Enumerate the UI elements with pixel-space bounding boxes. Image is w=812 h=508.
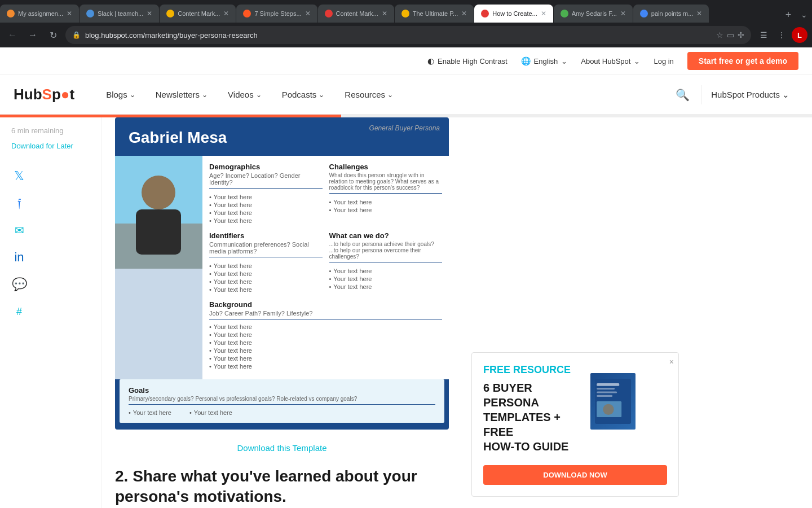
persona-tag: General Buyer Persona xyxy=(369,124,440,132)
what-can-we-do-section: What can we do? ...to help our persona a… xyxy=(329,231,443,294)
tab-close-button[interactable]: ✕ xyxy=(67,10,72,17)
tab-favicon xyxy=(640,10,648,17)
lock-icon: 🔒 xyxy=(72,31,81,39)
browser-actions: ☰ ⋮ L xyxy=(756,27,807,43)
browser-tab-6[interactable]: The Ultimate P... ✕ xyxy=(395,5,474,23)
chevron-down-icon: ⌄ xyxy=(319,91,324,99)
svg-rect-5 xyxy=(597,383,619,386)
svg-point-10 xyxy=(603,404,614,415)
list-item: Your text here xyxy=(189,409,232,416)
start-cta-button[interactable]: Start free or get a demo xyxy=(687,52,798,70)
ad-download-button[interactable]: DOWNLOAD NOW xyxy=(483,465,667,485)
bookmark-star-icon[interactable]: ☆ xyxy=(716,30,723,40)
tab-favicon xyxy=(243,10,251,17)
extensions-icon[interactable]: ✢ xyxy=(738,30,744,40)
background-section: Background Job? Career Path? Family? Lif… xyxy=(209,298,442,373)
tab-title: 7 Simple Steps... xyxy=(254,10,301,17)
ad-close-button[interactable]: × xyxy=(669,357,674,366)
chevron-down-icon: ⌄ xyxy=(634,57,640,65)
hubspot-products-menu[interactable]: HubSpot Products ⌄ xyxy=(701,85,798,104)
list-item: Your text here xyxy=(129,409,171,416)
ad-label: FREE RESOURCE xyxy=(483,364,590,376)
new-tab-button[interactable]: + xyxy=(780,7,796,23)
browser-tab-4[interactable]: 7 Simple Steps... ✕ xyxy=(236,5,317,23)
globe-icon: 🌐 xyxy=(521,56,531,65)
refresh-button[interactable]: ↻ xyxy=(45,27,61,43)
tab-favicon xyxy=(7,10,15,17)
linkedin-share-button[interactable]: in xyxy=(11,249,27,265)
browser-tab-8[interactable]: Amy Sedaris F... ✕ xyxy=(554,5,633,23)
chevron-down-icon: ⌄ xyxy=(202,91,208,99)
nav-item-resources[interactable]: Resources⌄ xyxy=(336,85,402,104)
right-sidebar: × FREE RESOURCE 6 BUYER PERSONA TEMPLATE… xyxy=(462,117,688,508)
ad-card: × FREE RESOURCE 6 BUYER PERSONA TEMPLATE… xyxy=(471,352,679,497)
nav-item-podcasts[interactable]: Podcasts⌄ xyxy=(273,85,334,104)
demographics-list: Your text hereYour text hereYour text he… xyxy=(209,193,323,225)
bookmarks-button[interactable]: ☰ xyxy=(756,27,771,43)
ad-image xyxy=(590,373,658,465)
demographics-section: Demographics Age? Income? Location? Gend… xyxy=(209,163,323,225)
tab-bar: My assignmen... ✕ Slack | teamch... ✕ Co… xyxy=(0,0,812,23)
download-template-link[interactable]: Download this Template xyxy=(115,443,449,453)
facebook-share-button[interactable]: 𝔣 xyxy=(11,195,27,211)
tab-close-button[interactable]: ✕ xyxy=(305,10,311,17)
browser-tab-2[interactable]: Slack | teamch... ✕ xyxy=(80,5,159,23)
slack-share-button[interactable]: # xyxy=(11,304,27,319)
tab-close-button[interactable]: ✕ xyxy=(461,10,467,17)
browser-tab-9[interactable]: pain points m... ✕ xyxy=(633,5,709,23)
download-for-later-link[interactable]: Download for Later xyxy=(11,142,90,150)
svg-rect-8 xyxy=(597,395,612,397)
list-item: Your text here xyxy=(209,270,323,278)
tab-title: My assignmen... xyxy=(18,10,63,17)
persona-card: General Buyer Persona Gabriel Mesa xyxy=(115,117,449,430)
nav-item-blogs[interactable]: Blogs⌄ xyxy=(97,85,144,104)
messenger-share-button[interactable]: 💬 xyxy=(11,277,27,292)
address-bar-actions: ☆ ▭ ✢ xyxy=(716,30,744,40)
contrast-icon: ◐ xyxy=(427,56,434,65)
social-share-icons: 𝕏 𝔣 ✉ in 💬 # xyxy=(11,164,90,319)
tab-overflow-button[interactable]: ⌄ xyxy=(796,7,812,23)
tab-close-button[interactable]: ✕ xyxy=(382,10,387,17)
nav-items: Blogs⌄Newsletters⌄Videos⌄Podcasts⌄Resour… xyxy=(97,85,672,104)
high-contrast-toggle[interactable]: ◐ Enable High Contrast xyxy=(427,56,508,65)
address-bar[interactable]: 🔒 blog.hubspot.com/marketing/buyer-perso… xyxy=(65,26,751,44)
browser-tab-3[interactable]: Content Mark... ✕ xyxy=(160,5,236,23)
nav-item-newsletters[interactable]: Newsletters⌄ xyxy=(147,85,217,104)
language-selector[interactable]: 🌐 English ⌄ xyxy=(521,56,568,65)
list-item: Your text here xyxy=(209,354,442,362)
browser-tab-5[interactable]: Content Mark... ✕ xyxy=(318,5,394,23)
hubspot-logo[interactable]: HubSp●t xyxy=(14,86,74,103)
challenges-list: Your text hereYour text here xyxy=(329,198,443,214)
menu-button[interactable]: ⋮ xyxy=(774,27,789,43)
tab-close-button[interactable]: ✕ xyxy=(541,10,546,17)
browser-tab-1[interactable]: My assignmen... ✕ xyxy=(0,5,79,23)
cast-icon[interactable]: ▭ xyxy=(727,30,734,40)
tab-title: pain points m... xyxy=(651,10,694,17)
tab-close-button[interactable]: ✕ xyxy=(696,10,702,17)
about-hubspot-link[interactable]: About HubSpot ⌄ xyxy=(581,57,640,65)
svg-rect-7 xyxy=(597,391,617,393)
profile-button[interactable]: L xyxy=(792,27,807,43)
reading-time: 6 min remaining xyxy=(11,126,90,135)
back-button[interactable]: ← xyxy=(5,27,20,43)
forward-button[interactable]: → xyxy=(25,27,41,43)
tab-close-button[interactable]: ✕ xyxy=(147,10,152,17)
tab-title: Content Mark... xyxy=(336,10,378,17)
search-button[interactable]: 🔍 xyxy=(672,85,692,105)
tab-close-button[interactable]: ✕ xyxy=(223,10,229,17)
email-share-button[interactable]: ✉ xyxy=(11,222,27,238)
identifiers-section: Identifiers Communication preferences? S… xyxy=(209,231,323,294)
chevron-down-icon: ⌄ xyxy=(561,57,567,65)
list-item: Your text here xyxy=(209,286,323,294)
browser-tab-7[interactable]: How to Create... ✕ xyxy=(474,5,553,23)
goals-section: Goals Primary/secondary goals? Personal … xyxy=(120,379,444,423)
tab-close-button[interactable]: ✕ xyxy=(620,10,626,17)
list-item: Your text here xyxy=(329,206,443,214)
login-link[interactable]: Log in xyxy=(654,57,673,65)
chevron-down-icon: ⌄ xyxy=(782,90,789,100)
persona-photo xyxy=(115,156,202,379)
twitter-share-button[interactable]: 𝕏 xyxy=(11,168,27,184)
nav-item-videos[interactable]: Videos⌄ xyxy=(219,85,271,104)
section-2-heading: 2. Share what you've learned about your … xyxy=(115,466,449,507)
list-item: Your text here xyxy=(209,262,323,270)
